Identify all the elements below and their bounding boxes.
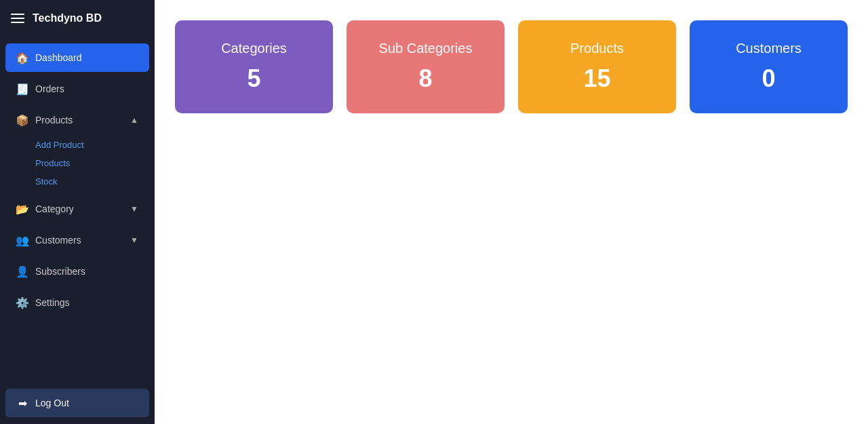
chevron-up-icon: ▲ [130, 115, 138, 125]
sidebar-item-label: Orders [35, 83, 138, 94]
subscribers-icon: 👤 [16, 265, 28, 277]
stat-card-value: 5 [247, 64, 260, 93]
stat-card-value: 0 [762, 64, 775, 93]
products-submenu: Add Product Products Stock [0, 136, 155, 191]
stat-card-value: 15 [583, 64, 610, 93]
sidebar-item-category[interactable]: 📂 Category ▼ [5, 195, 149, 223]
sidebar: Techdyno BD 🏠 Dashboard 🧾 Orders 📦 Produ… [0, 0, 155, 424]
customers-icon: 👥 [16, 234, 28, 246]
sidebar-item-label: Settings [35, 297, 138, 308]
stat-card-title: Categories [221, 41, 287, 56]
stat-card-title: Products [570, 41, 624, 56]
chevron-down-icon: ▼ [130, 204, 138, 214]
stat-card-customers[interactable]: Customers 0 [690, 20, 848, 113]
chevron-down-icon: ▼ [130, 235, 138, 245]
stat-card-value: 8 [418, 64, 432, 93]
stat-card-title: Sub Categories [379, 41, 473, 56]
logout-label: Log Out [35, 398, 138, 408]
sidebar-header: Techdyno BD [0, 0, 155, 37]
main-content: Categories 5 Sub Categories 8 Products 1… [155, 0, 868, 424]
sidebar-item-products-list[interactable]: Products [30, 154, 155, 172]
orders-icon: 🧾 [16, 83, 28, 95]
sidebar-item-label: Products [35, 115, 123, 126]
category-icon: 📂 [16, 203, 28, 215]
stats-cards-row: Categories 5 Sub Categories 8 Products 1… [175, 20, 848, 113]
sidebar-item-label: Category [35, 204, 123, 214]
hamburger-icon[interactable] [11, 14, 24, 23]
sidebar-item-products[interactable]: 📦 Products ▲ [5, 106, 149, 134]
sidebar-item-orders[interactable]: 🧾 Orders [5, 75, 149, 103]
sidebar-item-label: Dashboard [35, 52, 138, 63]
sidebar-item-dashboard[interactable]: 🏠 Dashboard [5, 43, 149, 72]
logout-button[interactable]: ➡ Log Out [5, 389, 149, 417]
stat-card-products[interactable]: Products 15 [518, 20, 676, 113]
sidebar-item-add-product[interactable]: Add Product [30, 136, 155, 154]
logout-icon: ➡ [16, 397, 28, 409]
settings-icon: ⚙️ [16, 296, 28, 309]
sidebar-item-stock[interactable]: Stock [30, 172, 155, 191]
products-icon: 📦 [16, 114, 28, 126]
sidebar-item-subscribers[interactable]: 👤 Subscribers [5, 257, 149, 286]
stat-card-sub-categories[interactable]: Sub Categories 8 [347, 20, 505, 113]
sidebar-item-label: Customers [35, 235, 123, 246]
sidebar-item-label: Subscribers [35, 266, 138, 277]
sidebar-item-settings[interactable]: ⚙️ Settings [5, 288, 149, 317]
stat-card-title: Customers [736, 41, 802, 56]
app-title: Techdyno BD [33, 12, 102, 24]
sidebar-nav: 🏠 Dashboard 🧾 Orders 📦 Products ▲ Add Pr… [0, 37, 155, 424]
sidebar-item-customers[interactable]: 👥 Customers ▼ [5, 226, 149, 254]
stat-card-categories[interactable]: Categories 5 [175, 20, 333, 113]
home-icon: 🏠 [16, 52, 28, 64]
